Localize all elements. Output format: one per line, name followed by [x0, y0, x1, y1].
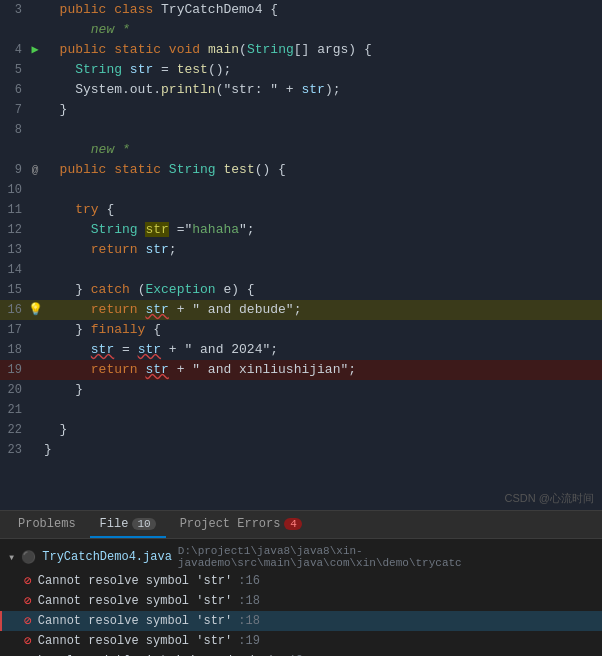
line-number: 20 [0, 380, 28, 400]
no-icon [28, 280, 42, 300]
code-line: 7 } [0, 100, 602, 120]
line-number: 21 [0, 400, 28, 420]
line-content: } [42, 380, 602, 400]
code-line: 18 str = str + " and 2024"; [0, 340, 602, 360]
file-path: D:\project1\java8\java8\xin-javademo\src… [178, 545, 594, 569]
line-content: public class TryCatchDemo4 { [42, 0, 602, 20]
code-editor: 3 public class TryCatchDemo4 { new *4▶ p… [0, 0, 602, 510]
line-content: public static String test() { [42, 160, 602, 180]
code-line: 17 } finally { [0, 320, 602, 340]
code-line: new * [0, 20, 602, 40]
error-location: :18 [238, 614, 260, 628]
line-content: return str + " and xinliushijian"; [42, 360, 602, 380]
line-number: 11 [0, 200, 28, 220]
code-line: 19 return str + " and xinliushijian"; [0, 360, 602, 380]
line-number: 15 [0, 280, 28, 300]
no-icon [28, 400, 42, 420]
bulb-icon: 💡 [28, 300, 42, 320]
code-line: 14 [0, 260, 602, 280]
no-icon [28, 180, 42, 200]
no-icon [28, 140, 42, 160]
warning-item[interactable]: ⚠Local variable 'str' is redundant:12 [0, 651, 602, 656]
code-line: 16💡 return str + " and debude"; [0, 300, 602, 320]
line-content: return str; [42, 240, 602, 260]
line-number: 7 [0, 100, 28, 120]
no-icon [28, 340, 42, 360]
error-location: :16 [238, 574, 260, 588]
line-content: } [42, 100, 602, 120]
error-icon: ⊘ [24, 633, 32, 649]
error-location: :19 [238, 634, 260, 648]
line-content: try { [42, 200, 602, 220]
line-content [42, 260, 602, 280]
code-line: 8 [0, 120, 602, 140]
line-content [42, 180, 602, 200]
file-icon: ⚫ [21, 550, 36, 565]
line-content [42, 400, 602, 420]
error-file-row[interactable]: ▾⚫TryCatchDemo4.javaD:\project1\java8\ja… [0, 543, 602, 571]
file-name: TryCatchDemo4.java [42, 550, 172, 564]
tab-badge: 4 [284, 518, 302, 530]
watermark: CSDN @心流时间 [505, 491, 594, 506]
no-icon [28, 100, 42, 120]
code-line: 15 } catch (Exception e) { [0, 280, 602, 300]
line-content: } [42, 440, 602, 460]
line-content: String str ="hahaha"; [42, 220, 602, 240]
no-icon [28, 0, 42, 20]
code-line: 12 String str ="hahaha"; [0, 220, 602, 240]
error-item[interactable]: ⊘Cannot resolve symbol 'str':18 [0, 591, 602, 611]
error-message: Cannot resolve symbol 'str' [38, 594, 232, 608]
code-line: 22 } [0, 420, 602, 440]
line-number: 3 [0, 0, 28, 20]
line-number: 22 [0, 420, 28, 440]
code-line: 11 try { [0, 200, 602, 220]
error-item[interactable]: ⊘Cannot resolve symbol 'str':19 [0, 631, 602, 651]
panel-tab[interactable]: Project Errors4 [170, 511, 313, 538]
line-content: } catch (Exception e) { [42, 280, 602, 300]
code-line: 5 String str = test(); [0, 60, 602, 80]
at-icon: @ [28, 160, 42, 180]
line-number [0, 20, 28, 40]
line-content: } [42, 420, 602, 440]
line-number: 5 [0, 60, 28, 80]
error-location: :18 [238, 594, 260, 608]
no-icon [28, 20, 42, 40]
error-icon: ⊘ [24, 613, 32, 629]
line-content: } finally { [42, 320, 602, 340]
error-item[interactable]: ⊘Cannot resolve symbol 'str':16 [0, 571, 602, 591]
no-icon [28, 220, 42, 240]
line-number: 14 [0, 260, 28, 280]
line-number: 10 [0, 180, 28, 200]
error-icon: ⊘ [24, 573, 32, 589]
line-number: 6 [0, 80, 28, 100]
tab-label: Problems [18, 517, 76, 531]
error-message: Cannot resolve symbol 'str' [38, 634, 232, 648]
code-line: 10 [0, 180, 602, 200]
line-number: 19 [0, 360, 28, 380]
line-number: 13 [0, 240, 28, 260]
line-number: 12 [0, 220, 28, 240]
panel-tab[interactable]: Problems [8, 511, 86, 538]
no-icon [28, 200, 42, 220]
error-icon: ⊘ [24, 593, 32, 609]
line-content: return str + " and debude"; [42, 300, 602, 320]
line-number: 16 [0, 300, 28, 320]
error-message: Cannot resolve symbol 'str' [38, 614, 232, 628]
no-icon [28, 320, 42, 340]
line-content: new * [42, 20, 602, 40]
no-icon [28, 380, 42, 400]
no-icon [28, 240, 42, 260]
line-number: 17 [0, 320, 28, 340]
no-icon [28, 80, 42, 100]
panel-tabs: ProblemsFile10Project Errors4 [0, 511, 602, 539]
code-line: 6 System.out.println("str: " + str); [0, 80, 602, 100]
no-icon [28, 60, 42, 80]
code-line: 9@ public static String test() { [0, 160, 602, 180]
no-icon [28, 360, 42, 380]
panel-tab[interactable]: File10 [90, 511, 166, 538]
no-icon [28, 260, 42, 280]
line-number: 9 [0, 160, 28, 180]
no-icon [28, 120, 42, 140]
expand-icon: ▾ [8, 550, 15, 565]
error-item[interactable]: ⊘Cannot resolve symbol 'str':18 [0, 611, 602, 631]
